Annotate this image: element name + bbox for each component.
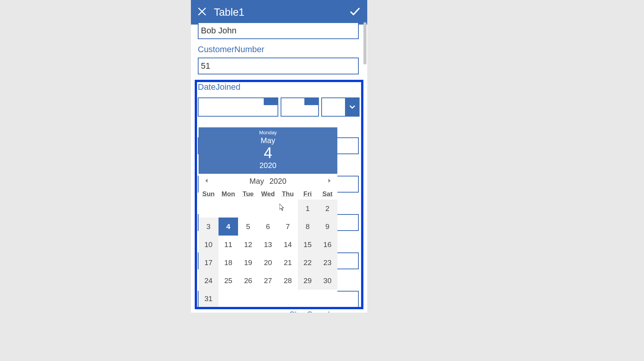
dp-cell-9[interactable]: 9	[317, 218, 337, 236]
header-title: Table1	[214, 7, 349, 18]
dp-nav-month: May	[250, 177, 264, 186]
dp-dow-thu: Thu	[278, 187, 298, 199]
dp-cell-20[interactable]: 20	[258, 254, 278, 272]
dp-cell-25[interactable]: 25	[219, 272, 238, 290]
date-dropdown-handle[interactable]	[264, 97, 278, 105]
dp-day: 4	[199, 145, 337, 160]
date-joined-row	[198, 97, 360, 117]
dp-actions: Ok Cancel	[199, 308, 337, 313]
dp-cell-17[interactable]: 17	[199, 254, 219, 272]
dp-cell-30[interactable]: 30	[317, 272, 337, 290]
dp-cell-31[interactable]: 31	[199, 290, 219, 308]
dp-cell-empty	[278, 290, 298, 308]
dp-cell-5[interactable]: 5	[238, 218, 258, 236]
svg-marker-3	[329, 178, 331, 183]
dp-nav: May 2020	[199, 174, 337, 187]
svg-marker-2	[205, 178, 208, 183]
close-icon	[197, 7, 207, 16]
dp-cell-empty	[238, 199, 258, 218]
dp-cell-empty	[199, 199, 219, 218]
dp-cell-23[interactable]: 23	[317, 254, 337, 272]
dp-cell-12[interactable]: 12	[238, 236, 258, 254]
dp-cell-empty	[219, 290, 238, 308]
close-button[interactable]	[197, 7, 207, 18]
dp-cell-1[interactable]: 1	[298, 199, 318, 218]
app-header: Table1	[191, 0, 367, 25]
dp-cell-22[interactable]: 22	[298, 254, 318, 272]
dp-cell-3[interactable]: 3	[199, 218, 219, 236]
dp-dow-wed: Wed	[258, 187, 278, 199]
confirm-button[interactable]	[349, 5, 361, 19]
dp-cell-6[interactable]: 6	[258, 218, 278, 236]
dp-cell-27[interactable]: 27	[258, 272, 278, 290]
dp-cell-empty	[258, 199, 278, 218]
hour-dropdown-handle[interactable]	[304, 97, 319, 105]
dp-nav-label[interactable]: May 2020	[250, 177, 286, 186]
dp-cell-8[interactable]: 8	[298, 218, 318, 236]
prev-month-button[interactable]	[204, 178, 209, 185]
name-input[interactable]: Bob John	[198, 22, 359, 39]
dp-cell-4[interactable]: 4	[219, 218, 238, 236]
dp-cell-29[interactable]: 29	[298, 272, 318, 290]
dp-cell-11[interactable]: 11	[219, 236, 238, 254]
dp-cell-21[interactable]: 21	[278, 254, 298, 272]
dp-cell-7[interactable]: 7	[278, 218, 298, 236]
dp-ok-button[interactable]: Ok	[289, 310, 299, 313]
dp-cell-16[interactable]: 16	[317, 236, 337, 254]
date-picker: Monday May 4 2020 May 2020 SunMonTueWedT…	[199, 127, 337, 313]
app-frame: Table1 Bob John CustomerNumber 51 DateJo…	[191, 0, 367, 313]
dp-weekday: Monday	[199, 130, 337, 135]
form-area: Bob John CustomerNumber 51 DateJoined	[191, 22, 367, 310]
dp-dow-fri: Fri	[298, 187, 318, 199]
date-joined-hour-box[interactable]	[281, 97, 319, 117]
dp-cell-19[interactable]: 19	[238, 254, 258, 272]
customer-number-input[interactable]: 51	[198, 58, 359, 74]
scrollbar-thumb[interactable]	[363, 22, 366, 64]
dp-cell-18[interactable]: 18	[219, 254, 238, 272]
dp-cell-empty	[238, 290, 258, 308]
chevron-down-icon	[348, 103, 356, 111]
dp-dow-sat: Sat	[317, 187, 337, 199]
scrollbar-track[interactable]	[363, 22, 366, 310]
dp-cell-10[interactable]: 10	[199, 236, 219, 254]
dp-cell-empty	[258, 290, 278, 308]
dp-nav-year: 2020	[269, 177, 287, 186]
dp-cell-empty	[278, 199, 298, 218]
dp-cell-empty	[317, 290, 337, 308]
date-joined-date-box[interactable]	[198, 97, 278, 117]
next-month-button[interactable]	[327, 178, 332, 185]
dp-cell-28[interactable]: 28	[278, 272, 298, 290]
dp-cell-2[interactable]: 2	[317, 199, 337, 218]
dp-month: May	[199, 136, 337, 145]
dp-cell-empty	[298, 290, 318, 308]
date-joined-label: DateJoined	[198, 82, 360, 92]
dp-dow-mon: Mon	[219, 187, 238, 199]
name-value: Bob John	[201, 26, 237, 36]
dp-year: 2020	[199, 161, 337, 170]
dp-dow-sun: Sun	[199, 187, 219, 199]
customer-number-value: 51	[201, 61, 210, 71]
dp-dow-tue: Tue	[238, 187, 258, 199]
dp-cell-14[interactable]: 14	[278, 236, 298, 254]
customer-number-label: CustomerNumber	[198, 45, 360, 54]
date-joined-minute-box[interactable]	[321, 97, 360, 117]
chevron-left-icon	[204, 178, 209, 183]
minute-dropdown-handle[interactable]	[345, 97, 360, 117]
chevron-right-icon	[327, 178, 332, 183]
check-icon	[349, 5, 361, 18]
dp-cancel-button[interactable]: Cancel	[307, 310, 330, 313]
dp-cell-26[interactable]: 26	[238, 272, 258, 290]
dp-grid: SunMonTueWedThuFriSat1234567891011121314…	[199, 187, 337, 308]
date-picker-header: Monday May 4 2020	[199, 127, 337, 174]
dp-cell-24[interactable]: 24	[199, 272, 219, 290]
dp-cell-15[interactable]: 15	[298, 236, 318, 254]
dp-cell-empty	[219, 199, 238, 218]
dp-cell-13[interactable]: 13	[258, 236, 278, 254]
